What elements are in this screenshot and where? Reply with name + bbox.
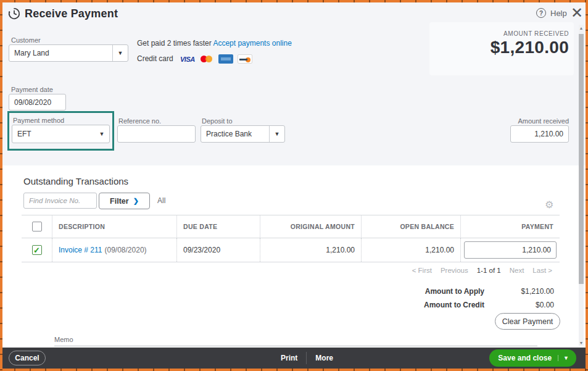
col-open-balance: OPEN BALANCE xyxy=(361,215,460,238)
page-title: Receive Payment xyxy=(25,7,118,20)
filter-all-label: All xyxy=(157,196,165,205)
chevron-right-icon: ❯ xyxy=(133,197,139,205)
col-original-amount: ORIGINAL AMOUNT xyxy=(260,215,361,238)
select-all-checkbox[interactable] xyxy=(32,222,42,231)
promo-text: Get paid 2 times faster Accept payments … xyxy=(137,39,292,48)
chevron-down-icon[interactable]: ▼ xyxy=(112,45,128,61)
chevron-down-icon[interactable]: ▼ xyxy=(558,355,574,361)
gear-icon[interactable]: ⚙ xyxy=(545,199,553,211)
accept-payments-link[interactable]: Accept payments online xyxy=(213,39,291,48)
credit-card-row: Credit card VISA xyxy=(137,54,252,64)
footer-bar: Cancel Print More Save and close ▼ xyxy=(2,348,586,369)
amount-received-total: $1,210.00 xyxy=(491,38,569,57)
payment-date-input[interactable] xyxy=(9,94,66,110)
find-invoice-input[interactable] xyxy=(23,193,97,209)
chevron-down-icon[interactable]: ▼ xyxy=(94,131,109,137)
customer-select[interactable]: Mary Land ▼ xyxy=(9,44,128,62)
open-balance-cell: 1,210.00 xyxy=(361,238,460,262)
discover-icon xyxy=(238,54,252,64)
payment-method-select[interactable]: EFT ▼ xyxy=(12,125,110,143)
amount-received-heading: AMOUNT RECEIVED xyxy=(503,30,569,37)
amount-received-label: Amount received xyxy=(518,117,569,125)
credit-card-label: Credit card xyxy=(137,54,173,63)
deposit-to-label: Deposit to xyxy=(202,117,233,125)
scroll-down-icon[interactable]: ▼ xyxy=(578,341,584,345)
more-button[interactable]: More xyxy=(307,354,342,362)
customer-label: Customer xyxy=(11,36,41,44)
memo-input[interactable] xyxy=(54,337,537,346)
pagination-last[interactable]: Last > xyxy=(532,267,552,274)
receive-payment-modal: Receive Payment ? Help ✕ Customer Mary L… xyxy=(2,2,586,369)
outstanding-transactions-heading: Outstanding Transactions xyxy=(23,176,128,186)
save-and-close-button[interactable]: Save and close ▼ xyxy=(489,349,576,367)
customer-value: Mary Land xyxy=(14,49,49,57)
filter-button[interactable]: Filter ❯ xyxy=(99,193,150,209)
print-button[interactable]: Print xyxy=(272,354,306,362)
receive-payment-icon xyxy=(7,7,21,23)
col-due-date: DUE DATE xyxy=(176,215,260,238)
pagination-first[interactable]: < First xyxy=(412,267,432,274)
amount-to-apply-label: Amount to Apply xyxy=(425,287,484,296)
col-payment: PAYMENT xyxy=(460,215,560,238)
scrollbar-thumb[interactable] xyxy=(579,34,584,284)
help-icon[interactable]: ? xyxy=(536,8,546,18)
pagination-next[interactable]: Next xyxy=(510,267,524,274)
ruler-ticks-bottom xyxy=(0,369,588,371)
screenshot-frame: Receive Payment ? Help ✕ Customer Mary L… xyxy=(0,0,588,371)
clear-payment-button[interactable]: Clear Payment xyxy=(495,313,560,330)
ruler-ticks-right xyxy=(586,0,588,371)
invoice-date: (09/08/2020) xyxy=(105,246,147,254)
pagination: < First Previous 1-1 of 1 Next Last > xyxy=(412,267,552,274)
amex-icon xyxy=(218,54,233,64)
col-description: DESCRIPTION xyxy=(52,215,176,238)
cancel-button[interactable]: Cancel xyxy=(9,351,46,365)
transactions-table: DESCRIPTION DUE DATE ORIGINAL AMOUNT OPE… xyxy=(22,215,560,262)
payment-date-label: Payment date xyxy=(11,86,53,93)
deposit-to-select[interactable]: Practice Bank ▼ xyxy=(201,125,285,143)
reference-no-input[interactable] xyxy=(117,125,196,143)
payment-amount-input[interactable] xyxy=(464,241,557,259)
pagination-range: 1-1 of 1 xyxy=(477,267,501,274)
original-amount-cell: 1,210.00 xyxy=(260,238,361,262)
reference-no-label: Reference no. xyxy=(118,117,161,125)
amount-to-credit-value: $0.00 xyxy=(536,301,554,309)
scroll-up-icon[interactable]: ▲ xyxy=(578,26,584,30)
table-row: ✓ Invoice # 211 (09/08/2020) 09/23/2020 … xyxy=(22,238,560,262)
payment-method-label: Payment method xyxy=(13,117,64,124)
payment-method-value: EFT xyxy=(17,130,31,138)
table-header-row: DESCRIPTION DUE DATE ORIGINAL AMOUNT OPE… xyxy=(22,215,560,238)
pagination-previous[interactable]: Previous xyxy=(441,267,468,274)
close-icon[interactable]: ✕ xyxy=(571,6,583,20)
visa-icon: VISA xyxy=(180,56,195,63)
deposit-to-value: Practice Bank xyxy=(206,130,252,138)
amount-to-credit-label: Amount to Credit xyxy=(424,301,484,309)
due-date-cell: 09/23/2020 xyxy=(176,238,260,262)
invoice-link[interactable]: Invoice # 211 xyxy=(59,246,102,254)
chevron-down-icon[interactable]: ▼ xyxy=(269,126,284,142)
amount-received-input[interactable] xyxy=(510,125,569,143)
amount-to-apply-value: $1,210.00 xyxy=(521,287,554,296)
row-checkbox[interactable]: ✓ xyxy=(32,245,42,255)
mastercard-icon xyxy=(199,54,214,64)
help-button[interactable]: Help xyxy=(550,9,567,18)
